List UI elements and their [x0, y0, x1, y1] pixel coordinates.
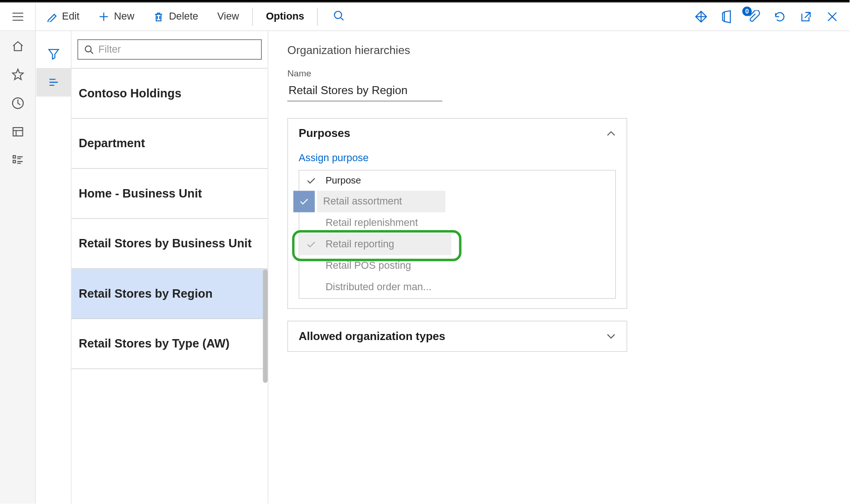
name-value[interactable]: Retail Stores by Region: [287, 82, 442, 101]
new-button[interactable]: New: [90, 2, 143, 30]
options-label: Options: [266, 10, 304, 22]
purpose-row[interactable]: Retail POS posting: [299, 255, 615, 277]
view-button[interactable]: View: [209, 2, 248, 30]
svg-rect-4: [13, 160, 15, 163]
toolbar-search[interactable]: [323, 10, 355, 23]
hamburger-icon: [11, 10, 24, 23]
list-item[interactable]: Retail Stores by Type (AW): [72, 319, 268, 369]
clock-icon: [11, 96, 24, 109]
list-item[interactable]: Contoso Holdings: [72, 68, 268, 119]
toolbar-separator: [317, 7, 318, 25]
row-check[interactable]: [293, 191, 315, 212]
popout-icon: [799, 10, 812, 23]
list-toggle[interactable]: [36, 68, 70, 96]
workspace-icon: [11, 125, 24, 138]
home-nav[interactable]: [11, 39, 24, 52]
assign-purpose-link[interactable]: Assign purpose: [299, 152, 368, 164]
purpose-cell: Retail replenishment: [326, 217, 418, 229]
close-icon: [826, 10, 839, 23]
allowed-types-header[interactable]: Allowed organization types: [288, 321, 626, 351]
allowed-types-panel: Allowed organization types: [287, 321, 627, 352]
svg-point-0: [334, 11, 341, 18]
view-label: View: [218, 10, 239, 22]
purpose-cell: Distributed order man...: [326, 281, 431, 293]
check-icon: [306, 240, 316, 249]
svg-rect-2: [13, 128, 22, 136]
list-item[interactable]: Department: [72, 119, 268, 169]
purpose-header-row: Purpose: [299, 170, 615, 191]
svg-point-5: [85, 46, 91, 52]
purposes-title: Purposes: [299, 127, 350, 140]
check-column-header[interactable]: [305, 176, 317, 185]
filter-box[interactable]: [77, 39, 262, 60]
edit-label: Edit: [62, 10, 80, 22]
options-button[interactable]: Options: [258, 2, 313, 30]
detail-pane: Organization hierarchies Name Retail Sto…: [268, 31, 850, 504]
check-icon: [306, 176, 316, 185]
hierarchy-list-pane: Contoso HoldingsDepartmentHome - Busines…: [72, 31, 268, 504]
list-item[interactable]: Retail Stores by Region: [72, 269, 268, 319]
chevron-down-icon: [606, 332, 616, 341]
purpose-table: Purpose Retail assortment Retail repleni…: [299, 170, 616, 299]
purpose-row[interactable]: Retail assortment: [299, 191, 615, 212]
allowed-types-title: Allowed organization types: [299, 330, 445, 343]
list-item[interactable]: Retail Stores by Business Unit: [72, 219, 268, 269]
main-area: Contoso HoldingsDepartmentHome - Busines…: [0, 31, 850, 504]
new-label: New: [114, 10, 135, 22]
purpose-row[interactable]: Retail reporting: [299, 234, 615, 255]
modules-nav[interactable]: [11, 154, 24, 167]
nav-rail: [0, 31, 36, 504]
row-check[interactable]: [305, 240, 317, 249]
purpose-cell: Retail reporting: [326, 238, 394, 251]
hamburger-menu[interactable]: [0, 2, 36, 30]
hierarchy-list: Contoso HoldingsDepartmentHome - Busines…: [72, 68, 268, 369]
toolbar-separator: [252, 7, 252, 25]
trash-icon: [153, 11, 164, 22]
purpose-cell: Retail POS posting: [326, 260, 411, 272]
edit-button[interactable]: Edit: [38, 2, 88, 30]
star-icon: [11, 68, 24, 81]
list-lines-icon: [47, 76, 60, 89]
recent-nav[interactable]: [11, 96, 24, 109]
popout-button[interactable]: [799, 10, 812, 23]
close-button[interactable]: [826, 10, 839, 23]
purpose-row[interactable]: Distributed order man...: [299, 277, 615, 298]
office-icon[interactable]: [721, 10, 734, 23]
list-item[interactable]: Home - Business Unit: [72, 169, 268, 219]
delete-button[interactable]: Delete: [145, 2, 206, 30]
attachments-button[interactable]: 0: [747, 10, 760, 23]
attachments-badge: 0: [742, 6, 752, 15]
plus-icon: [99, 11, 109, 22]
delete-label: Delete: [169, 10, 198, 22]
purposes-header[interactable]: Purposes: [288, 119, 626, 149]
refresh-icon: [773, 10, 786, 23]
chevron-up-icon: [606, 129, 616, 138]
purpose-row[interactable]: Retail replenishment: [299, 212, 615, 234]
command-bar: Edit New Delete View Options 0: [0, 2, 850, 31]
refresh-button[interactable]: [773, 10, 786, 23]
filter-input[interactable]: [98, 43, 255, 55]
home-icon: [11, 39, 24, 52]
office-app-icon: [721, 10, 734, 23]
page-heading: Organization hierarchies: [287, 44, 830, 57]
modules-icon: [11, 154, 24, 167]
favorites-nav[interactable]: [11, 68, 24, 81]
funnel-icon: [47, 47, 60, 60]
addin-icon[interactable]: [694, 10, 707, 23]
purpose-cell: Retail assortment: [317, 191, 445, 212]
check-icon: [299, 197, 309, 206]
pencil-icon: [47, 11, 57, 22]
workspaces-nav[interactable]: [11, 125, 24, 138]
search-icon: [333, 10, 344, 20]
purpose-column-header[interactable]: Purpose: [326, 175, 361, 186]
diamond-icon: [694, 10, 707, 23]
scrollbar-thumb[interactable]: [263, 270, 267, 383]
filter-toggle[interactable]: [36, 39, 70, 68]
svg-rect-3: [13, 156, 15, 158]
name-label: Name: [287, 68, 830, 78]
filter-rail: [36, 31, 72, 504]
search-icon: [84, 45, 93, 54]
purposes-panel: Purposes Assign purpose Purpose Retail a…: [287, 118, 627, 309]
